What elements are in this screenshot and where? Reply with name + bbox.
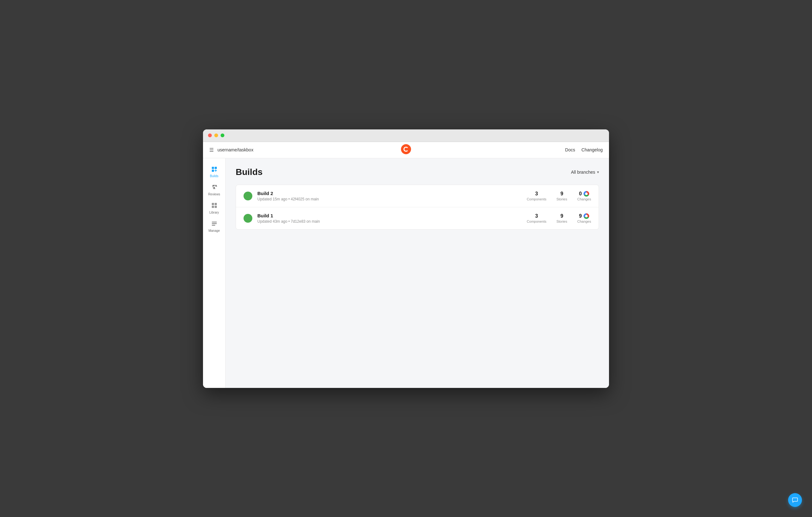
topbar: ☰ username/taskbox Docs Changelog [203,142,609,158]
changes-value: 0 [577,191,591,196]
build-row[interactable]: Build 1 Updated 43m ago • 7d12e83 on mai… [236,207,599,229]
sidebar: Builds Reviews [203,158,226,388]
build-name: Build 2 [257,191,527,196]
svg-rect-3 [214,167,217,169]
changes-label: Changes [577,219,591,223]
build-status-indicator [243,214,252,223]
docs-link[interactable]: Docs [565,147,575,152]
project-name: username/taskbox [218,147,253,152]
components-stat: 3 Components [527,191,546,201]
content-area: Builds All branches ▾ Build 2 Updated 15… [226,158,609,388]
page-title: Builds [236,167,263,177]
sidebar-item-manage-label: Manage [208,229,220,233]
stories-stat: 9 Stories [556,213,567,223]
library-icon [211,202,218,210]
build-stats: 3 Components 9 Stories 9 [527,213,591,223]
sidebar-item-builds[interactable]: Builds [205,163,224,180]
chat-icon [792,497,798,503]
builds-list: Build 2 Updated 15m ago • 42f4025 on mai… [236,185,599,230]
chevron-down-icon: ▾ [597,170,599,174]
topbar-left: ☰ username/taskbox [209,147,253,153]
changes-label: Changes [577,197,591,201]
components-stat: 3 Components [527,213,546,223]
sidebar-item-library-label: Library [209,211,219,214]
chrome-icon [584,213,589,219]
main-area: Builds Reviews [203,158,609,388]
build-status-indicator [243,191,252,201]
stories-value: 9 [556,191,567,196]
components-label: Components [527,219,546,223]
components-value: 3 [527,191,546,196]
branch-selector[interactable]: All branches ▾ [571,170,599,175]
sidebar-item-manage[interactable]: Manage [205,218,224,235]
build-info: Build 1 Updated 43m ago • 7d12e83 on mai… [257,213,527,224]
close-button[interactable] [208,133,212,137]
sidebar-item-builds-label: Builds [210,174,219,178]
sidebar-item-library[interactable]: Library [205,200,224,217]
build-row[interactable]: Build 2 Updated 15m ago • 42f4025 on mai… [236,185,599,207]
svg-rect-1 [212,167,214,169]
traffic-lights [208,133,224,137]
stories-label: Stories [556,197,567,201]
changes-stat: 9 Changes [577,213,591,223]
changes-value: 9 [577,213,591,219]
topbar-right: Docs Changelog [565,147,603,152]
stories-value: 9 [556,213,567,219]
app-window: ☰ username/taskbox Docs Changelog [203,129,609,388]
build-info: Build 2 Updated 15m ago • 42f4025 on mai… [257,191,527,201]
changelog-link[interactable]: Changelog [581,147,603,152]
svg-point-0 [401,144,411,154]
app-content: ☰ username/taskbox Docs Changelog [203,142,609,388]
stories-stat: 9 Stories [556,191,567,201]
sidebar-item-reviews-label: Reviews [208,192,220,196]
minimize-button[interactable] [214,133,218,137]
topbar-center [401,144,411,155]
svg-rect-7 [214,206,217,208]
reviews-icon [211,184,218,191]
svg-rect-2 [212,170,214,172]
builds-icon [211,166,218,173]
svg-rect-4 [212,203,214,205]
build-name: Build 1 [257,213,527,218]
logo-icon [401,144,411,154]
page-header: Builds All branches ▾ [236,167,599,177]
manage-icon [211,220,218,228]
chat-fab-button[interactable] [788,493,802,507]
stories-label: Stories [556,219,567,223]
branch-selector-label: All branches [571,170,595,175]
chrome-icon [584,191,589,196]
hamburger-icon[interactable]: ☰ [209,147,214,153]
titlebar [203,129,609,142]
maximize-button[interactable] [221,133,224,137]
build-meta: Updated 43m ago • 7d12e83 on main [257,219,527,224]
build-stats: 3 Components 9 Stories 0 [527,191,591,201]
components-value: 3 [527,213,546,219]
build-meta: Updated 15m ago • 42f4025 on main [257,197,527,201]
sidebar-item-reviews[interactable]: Reviews [205,182,224,199]
components-label: Components [527,197,546,201]
changes-stat: 0 Changes [577,191,591,201]
svg-rect-6 [212,206,214,208]
svg-rect-5 [214,203,217,205]
